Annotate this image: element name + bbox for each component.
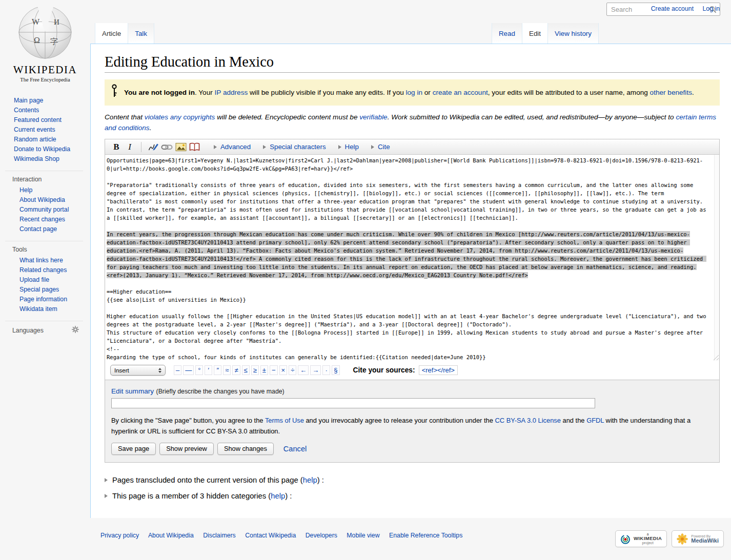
sidebar-item-random-article[interactable]: Random article [14,135,90,144]
collapsed-arrow-icon [105,494,108,498]
sidebar-item-contents[interactable]: Contents [14,106,90,115]
sidebar-item-community-portal[interactable]: Community portal [5,205,83,215]
ref-tag-link[interactable]: <ref></ref> [419,365,458,375]
ip-address-link[interactable]: IP address [215,89,248,96]
transcluded-pages-toggle[interactable]: Pages transcluded onto the current versi… [105,476,720,484]
toolbar-section-advanced[interactable]: Advanced [214,143,251,151]
char-greater-equal[interactable]: ≥ [251,365,259,375]
char-emdash[interactable]: — [183,365,194,375]
tab-article[interactable]: Article [95,23,128,44]
tab-edit[interactable]: Edit [522,23,547,44]
bold-button[interactable]: B [110,141,123,153]
edit-summary-link[interactable]: Edit summary [111,387,154,395]
transcluded-help-link[interactable]: help [303,476,317,484]
sidebar-item-recent-changes[interactable]: Recent changes [5,215,83,224]
save-page-button[interactable]: Save page [111,443,156,455]
sidebar-item-upload-file[interactable]: Upload file [5,275,83,285]
insert-dropdown[interactable]: Insert [110,365,166,376]
char-left-arrow[interactable]: ← [298,365,309,375]
show-changes-button[interactable]: Show changes [217,443,274,455]
char-endash[interactable]: – [174,365,181,375]
link-icon[interactable] [160,141,174,153]
sidebar-item-help[interactable]: Help [5,185,83,195]
char-less-equal[interactable]: ≤ [242,365,250,375]
wikitext-before-selection: Opportunities|page=63|first1=Yevgeny N.|… [107,157,709,221]
image-icon[interactable] [174,141,188,153]
char-degree[interactable]: ° [195,365,203,375]
gear-icon[interactable] [72,326,79,335]
chevron-right-icon [263,145,266,149]
char-middot[interactable]: · [322,365,330,375]
char-double-prime[interactable]: ″ [214,365,221,375]
edit-summary-input[interactable] [111,398,595,408]
log-in-link[interactable]: Log in [702,5,720,12]
sidebar-item-related-changes[interactable]: Related changes [5,265,83,275]
char-divide[interactable]: ÷ [289,365,296,375]
create-account-inline-link[interactable]: create an account [433,89,488,96]
tab-view-history[interactable]: View history [547,23,599,44]
footer-contact-wikipedia[interactable]: Contact Wikipedia [245,532,296,539]
cc-license-link[interactable]: CC BY-SA 3.0 License [495,417,561,424]
sidebar-item-donate[interactable]: Donate to Wikipedia [14,144,90,154]
wikitext-editor[interactable]: Opportunities|page=63|first1=Yevgeny N.|… [105,155,719,361]
chevron-right-icon [371,145,374,149]
footer-reference-tooltips[interactable]: Enable Reference Tooltips [389,532,462,539]
other-benefits-link[interactable]: other benefits [650,89,692,96]
sidebar-heading-tools: Tools [5,246,83,253]
char-minus[interactable]: − [270,365,278,375]
hidden-categories-help-link[interactable]: help [271,492,285,500]
toolbar-section-cite[interactable]: Cite [371,143,390,151]
hidden-categories-toggle[interactable]: This page is a member of 3 hidden catego… [105,492,720,500]
toolbar-section-help[interactable]: Help [338,143,359,151]
footer-about-wikipedia[interactable]: About Wikipedia [148,532,194,539]
toolbar-section-special-characters[interactable]: Special characters [263,143,326,151]
char-prime[interactable]: ′ [205,365,212,375]
show-preview-button[interactable]: Show preview [159,443,214,455]
chevron-right-icon [338,145,341,149]
sidebar-item-contact-page[interactable]: Contact page [5,224,83,234]
editor-scrollbar[interactable] [714,155,719,361]
sidebar-item-main-page[interactable]: Main page [14,96,90,106]
copyright-link[interactable]: violates any copyrights [145,113,215,121]
gfdl-link[interactable]: GFDL [586,417,604,424]
signature-icon[interactable] [146,141,160,153]
footer-privacy-policy[interactable]: Privacy policy [100,532,139,539]
cite-sources-label: Cite your sources: [353,366,415,374]
sidebar-item-wikidata-item[interactable]: Wikidata item [5,304,83,314]
tab-talk[interactable]: Talk [128,23,154,44]
tab-read[interactable]: Read [492,23,522,44]
italic-button[interactable]: I [123,141,136,153]
svg-text:И: И [54,18,59,26]
verifiable-link[interactable]: verifiable [359,113,387,121]
reference-icon[interactable] [188,141,201,153]
char-multiply[interactable]: × [279,365,288,375]
log-in-inline-link[interactable]: log in [406,89,423,96]
sidebar-item-about-wikipedia[interactable]: About Wikipedia [5,195,83,205]
sidebar-item-featured-content[interactable]: Featured content [14,115,90,125]
wikimedia-badge[interactable]: a WIKIMEDIA project [615,530,667,547]
wikipedia-logo[interactable]: W И Ω 字 WIKIPEDIA The Free Encyclopedia [0,0,90,82]
footer-disclaimers[interactable]: Disclaimers [203,532,236,539]
char-section[interactable]: § [332,365,339,375]
sidebar-item-page-information[interactable]: Page information [5,295,83,304]
sidebar-item-wikimedia-shop[interactable]: Wikimedia Shop [14,154,90,164]
mediawiki-badge[interactable]: Powered By MediaWiki [672,530,724,547]
char-plus-minus[interactable]: ± [260,365,268,375]
chevron-right-icon [214,145,217,149]
terms-of-use-link[interactable]: Terms of Use [265,417,304,424]
sidebar-item-current-events[interactable]: Current events [14,125,90,135]
char-not-equal[interactable]: ≠ [232,365,240,375]
cancel-link[interactable]: Cancel [283,445,307,453]
sidebar-item-what-links-here[interactable]: What links here [5,256,83,265]
footer-mobile-view[interactable]: Mobile view [347,532,379,539]
sidebar-item-special-pages[interactable]: Special pages [5,285,83,295]
svg-text:Ω: Ω [34,36,40,45]
char-right-arrow[interactable]: → [310,365,321,375]
footer-developers[interactable]: Developers [306,532,337,539]
special-char-list: – — ° ′ ″ ≈ ≠ ≤ ≥ ± − × ÷ ← → · § [174,365,340,375]
insert-dropdown-value: Insert [114,367,129,374]
char-approx[interactable]: ≈ [223,365,231,375]
create-account-link[interactable]: Create account [651,5,694,12]
save-terms-text: By clicking the "Save page" button, you … [111,415,711,437]
mediawiki-logo-icon [677,533,688,545]
